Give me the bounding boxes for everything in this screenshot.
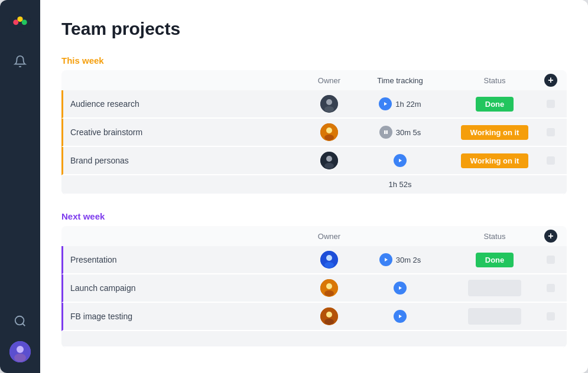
svg-point-20 xyxy=(324,163,334,169)
svg-point-27 xyxy=(326,283,332,289)
row-time xyxy=(353,310,447,323)
svg-point-8 xyxy=(14,354,26,362)
time-value: 30m 2s xyxy=(396,256,421,264)
logo[interactable] xyxy=(9,11,31,34)
this-week-table: Owner Time tracking Status + Audience re… xyxy=(61,70,567,195)
row-status[interactable]: Done xyxy=(447,253,542,267)
col-header-owner: Owner xyxy=(306,74,353,87)
row-time: 1h 22m xyxy=(353,97,447,110)
status-badge-working[interactable]: Working on it xyxy=(461,153,529,168)
play-button[interactable] xyxy=(394,310,407,323)
row-time xyxy=(353,282,447,295)
main-content: Team projects This week Owner Time track… xyxy=(40,0,588,373)
this-week-header: This week xyxy=(61,55,567,66)
row-name: Audience research xyxy=(70,99,306,109)
row-dot xyxy=(542,100,560,108)
table-row: FB image testing xyxy=(61,303,567,331)
svg-marker-21 xyxy=(399,159,402,162)
add-btn-icon[interactable]: + xyxy=(544,74,557,87)
play-button[interactable] xyxy=(379,253,392,266)
sidebar xyxy=(0,0,40,373)
svg-point-1 xyxy=(13,19,18,25)
col-header-name xyxy=(69,74,306,87)
col-header-owner: Owner xyxy=(306,230,353,243)
svg-rect-17 xyxy=(386,130,388,134)
row-status[interactable]: Working on it xyxy=(447,125,542,140)
avatar xyxy=(320,152,338,169)
next-week-table: Owner Status + Presentation xyxy=(61,226,567,348)
row-status[interactable] xyxy=(447,308,542,325)
row-name: Brand personas xyxy=(70,156,306,165)
status-badge-done[interactable]: Done xyxy=(476,97,514,112)
row-dot xyxy=(542,256,560,264)
search-icon[interactable] xyxy=(9,310,31,332)
svg-marker-33 xyxy=(399,315,402,318)
svg-point-15 xyxy=(324,135,334,140)
time-value: 30m 5s xyxy=(396,128,421,137)
next-week-header: Next week xyxy=(61,211,567,221)
status-badge-working[interactable]: Working on it xyxy=(461,125,529,140)
svg-point-19 xyxy=(326,156,332,162)
table-row: Brand personas Working on it xyxy=(61,147,567,175)
svg-marker-29 xyxy=(399,286,402,290)
row-owner xyxy=(306,279,353,297)
next-week-table-head: Owner Status + xyxy=(61,226,567,246)
user-avatar[interactable] xyxy=(9,341,31,362)
table-row: Launch campaign xyxy=(61,274,567,303)
row-dot xyxy=(542,156,560,165)
status-empty[interactable] xyxy=(468,280,521,296)
col-header-status: Status xyxy=(447,230,542,243)
row-name: Launch campaign xyxy=(70,283,306,293)
next-week-section: Next week Owner Status + Presentation xyxy=(61,211,567,348)
add-column-button-2[interactable]: + xyxy=(542,230,560,243)
row-owner xyxy=(306,123,353,141)
row-dot xyxy=(542,284,560,292)
svg-point-23 xyxy=(326,255,332,261)
row-owner xyxy=(306,95,353,113)
row-owner xyxy=(306,251,353,269)
svg-point-4 xyxy=(18,17,23,22)
this-week-section: This week Owner Time tracking Status + A… xyxy=(61,55,567,195)
svg-point-28 xyxy=(324,290,334,296)
row-status[interactable]: Working on it xyxy=(447,153,542,168)
add-btn-icon-2[interactable]: + xyxy=(544,230,557,243)
row-time: 30m 5s xyxy=(353,126,447,139)
col-header-name xyxy=(69,230,306,243)
next-week-title: Next week xyxy=(61,211,105,221)
row-owner xyxy=(306,152,353,169)
next-week-bottom xyxy=(61,331,567,348)
play-button[interactable] xyxy=(394,154,407,167)
svg-point-10 xyxy=(326,99,332,105)
svg-point-7 xyxy=(17,346,24,353)
row-name: FB image testing xyxy=(70,312,306,321)
row-dot xyxy=(542,128,560,136)
status-empty[interactable] xyxy=(468,308,521,325)
play-button[interactable] xyxy=(394,282,407,295)
svg-point-14 xyxy=(326,127,332,133)
avatar xyxy=(320,307,338,325)
table-row: Creative brainstorm 30m 5s Working on i xyxy=(61,119,567,147)
svg-marker-12 xyxy=(384,102,387,106)
row-status[interactable]: Done xyxy=(447,97,542,112)
total-time-value: 1h 52s xyxy=(353,180,447,189)
svg-point-11 xyxy=(324,106,334,112)
svg-rect-16 xyxy=(384,130,386,134)
row-dot xyxy=(542,312,560,320)
table-row: Audience research 1h 22m Done xyxy=(61,90,567,119)
svg-point-5 xyxy=(15,316,24,325)
avatar xyxy=(320,123,338,141)
status-badge-done[interactable]: Done xyxy=(476,253,514,267)
svg-point-31 xyxy=(326,312,332,318)
row-owner xyxy=(306,307,353,325)
row-status[interactable] xyxy=(447,280,542,296)
play-button[interactable] xyxy=(379,97,392,110)
svg-point-3 xyxy=(22,19,27,25)
this-week-title: This week xyxy=(61,55,104,66)
svg-point-32 xyxy=(324,319,334,325)
row-time xyxy=(353,154,447,167)
add-column-button[interactable]: + xyxy=(542,74,560,87)
bell-icon[interactable] xyxy=(9,51,31,72)
app-container: Team projects This week Owner Time track… xyxy=(0,0,588,373)
pause-button[interactable] xyxy=(379,126,392,139)
row-name: Presentation xyxy=(70,255,306,264)
